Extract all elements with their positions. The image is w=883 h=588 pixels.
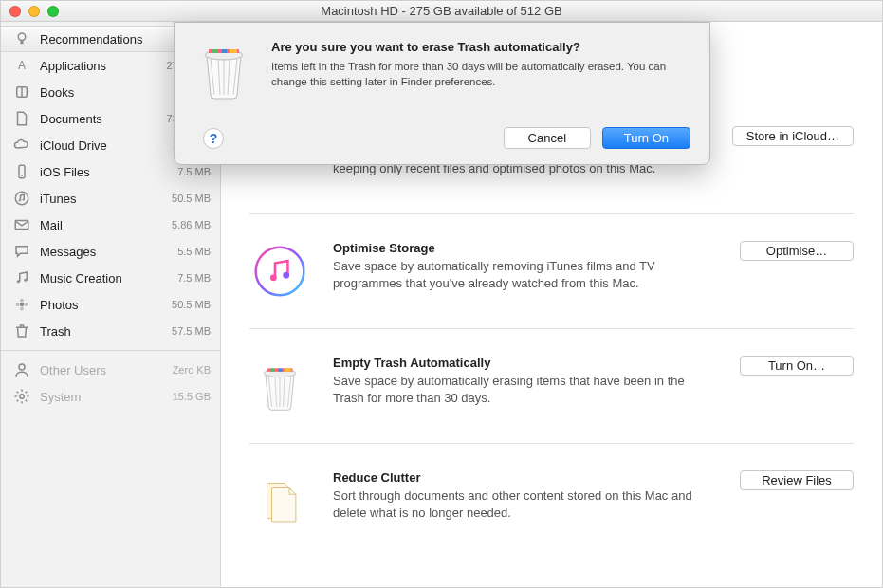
dialog-backdrop: Are you sure you want to erase Trash aut…	[1, 1, 882, 587]
turn-on-button[interactable]: Turn On	[602, 127, 690, 149]
trash-large-icon	[193, 40, 254, 101]
dialog-title: Are you sure you want to erase Trash aut…	[271, 40, 690, 54]
help-button[interactable]: ?	[203, 128, 224, 149]
cancel-button[interactable]: Cancel	[504, 127, 591, 149]
svg-rect-31	[222, 49, 227, 53]
storage-management-window: Macintosh HD - 275 GB available of 512 G…	[0, 0, 883, 588]
svg-rect-32	[230, 49, 237, 53]
dialog-body: Items left in the Trash for more than 30…	[271, 60, 690, 89]
svg-rect-30	[212, 49, 218, 53]
confirm-erase-trash-dialog: Are you sure you want to erase Trash aut…	[174, 22, 710, 165]
